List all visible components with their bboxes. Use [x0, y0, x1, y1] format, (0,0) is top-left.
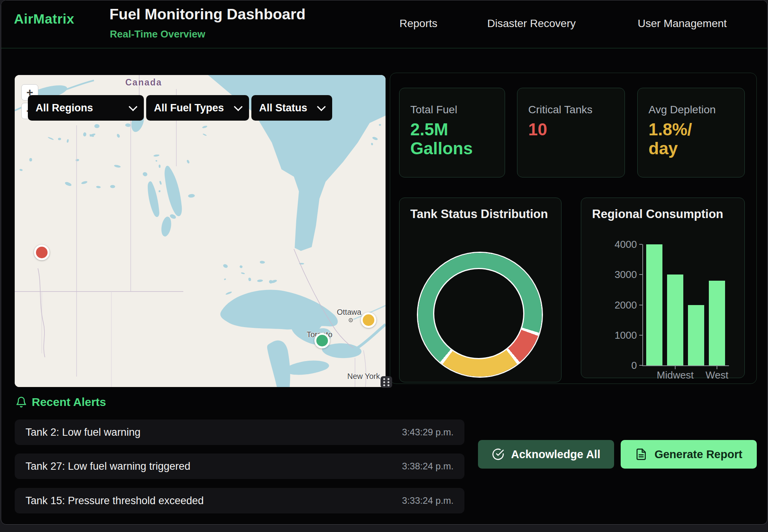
acknowledge-all-button[interactable]: Acknowledge All: [478, 440, 614, 469]
acknowledge-all-label: Acknowledge All: [511, 448, 601, 461]
y-tick-label: 1000: [594, 329, 637, 341]
bar: [667, 275, 683, 365]
map-label-new-york: New York: [347, 372, 380, 381]
map-label-canada: Canada: [125, 77, 162, 88]
stat-card-avg-depletion: Avg Depletion 1.8%/day: [637, 88, 745, 177]
fuel-type-filter-value: All Fuel Types: [154, 102, 224, 114]
page-subtitle: Real-Time Overview: [110, 28, 205, 40]
brand-logo: AirMatrix: [14, 11, 74, 27]
map-label-ottawa: Ottawa: [337, 308, 361, 317]
stat-card-critical-tanks: Critical Tanks 10: [517, 88, 625, 177]
stat-label: Avg Depletion: [649, 104, 716, 116]
bell-icon: [15, 396, 27, 408]
header: AirMatrix Fuel Monitoring Dashboard Real…: [1, 0, 767, 48]
normal-tank-marker[interactable]: [314, 333, 330, 348]
alerts-section-title: Recent Alerts: [32, 396, 106, 409]
document-icon: [635, 448, 647, 460]
fuel-type-filter-dropdown[interactable]: All Fuel Types: [146, 95, 249, 121]
y-tick-label: 4000: [594, 239, 637, 251]
region-filter-value: All Regions: [36, 102, 93, 114]
chart-title: Tank Status Distribution: [410, 207, 548, 221]
bar-chart: 01000200030004000MidwestWest: [581, 198, 745, 379]
nav-user-management[interactable]: User Management: [638, 17, 727, 30]
page-title: Fuel Monitoring Dashboard: [109, 6, 305, 23]
map-canvas[interactable]: [15, 75, 386, 387]
nav-disaster-recovery[interactable]: Disaster Recovery: [487, 17, 576, 30]
alert-message: Tank 2: Low fuel warning: [26, 426, 140, 438]
y-tick-label: 3000: [594, 269, 637, 281]
stat-value: 10: [528, 120, 547, 139]
bar: [688, 305, 704, 366]
regional-consumption-chart-card: Regional Consumption 01000200030004000Mi…: [581, 198, 745, 378]
alert-time: 3:43:29 p.m.: [402, 427, 454, 438]
alert-message: Tank 15: Pressure threshold exceeded: [26, 495, 204, 507]
stat-card-total-fuel: Total Fuel 2.5MGallons: [399, 88, 505, 177]
donut-chart: [418, 253, 542, 377]
generate-report-button[interactable]: Generate Report: [621, 440, 757, 469]
region-filter-dropdown[interactable]: All Regions: [28, 95, 144, 121]
bar: [709, 281, 725, 365]
alert-row: Tank 2: Low fuel warning 3:43:29 p.m.: [15, 419, 464, 445]
warning-tank-marker[interactable]: [361, 312, 376, 328]
chevron-down-icon: [234, 102, 243, 111]
chevron-down-icon: [129, 102, 138, 111]
y-tick-label: 2000: [594, 299, 637, 311]
stat-label: Critical Tanks: [528, 104, 592, 116]
app-window: AirMatrix Fuel Monitoring Dashboard Real…: [1, 0, 768, 525]
bar: [646, 244, 662, 365]
stat-value: 1.8%/day: [649, 120, 692, 158]
nav-reports[interactable]: Reports: [399, 17, 437, 30]
y-tick-label: 0: [594, 360, 637, 372]
stat-value: 2.5MGallons: [410, 120, 473, 158]
tank-status-chart-card: Tank Status Distribution: [399, 198, 561, 382]
map-resize-handle[interactable]: [381, 376, 392, 388]
status-filter-value: All Status: [259, 102, 307, 114]
alert-message: Tank 27: Low fuel warning triggered: [26, 460, 190, 472]
donut-hole: [433, 268, 524, 359]
map-panel[interactable]: Canada Ottawa Toronto New York + − All R…: [15, 75, 386, 387]
check-circle-icon: [492, 448, 504, 460]
stat-label: Total Fuel: [410, 104, 457, 116]
chevron-down-icon: [317, 102, 326, 111]
critical-tank-marker[interactable]: [34, 245, 49, 260]
alert-row: Tank 27: Low fuel warning triggered 3:38…: [15, 454, 464, 479]
x-tick-label: Midwest: [657, 369, 693, 381]
alert-time: 3:33:24 p.m.: [402, 495, 454, 506]
generate-report-label: Generate Report: [654, 448, 742, 461]
alert-row: Tank 15: Pressure threshold exceeded 3:3…: [15, 488, 464, 513]
x-tick-label: West: [706, 369, 729, 381]
status-filter-dropdown[interactable]: All Status: [251, 95, 332, 121]
alert-time: 3:38:24 p.m.: [402, 461, 454, 472]
